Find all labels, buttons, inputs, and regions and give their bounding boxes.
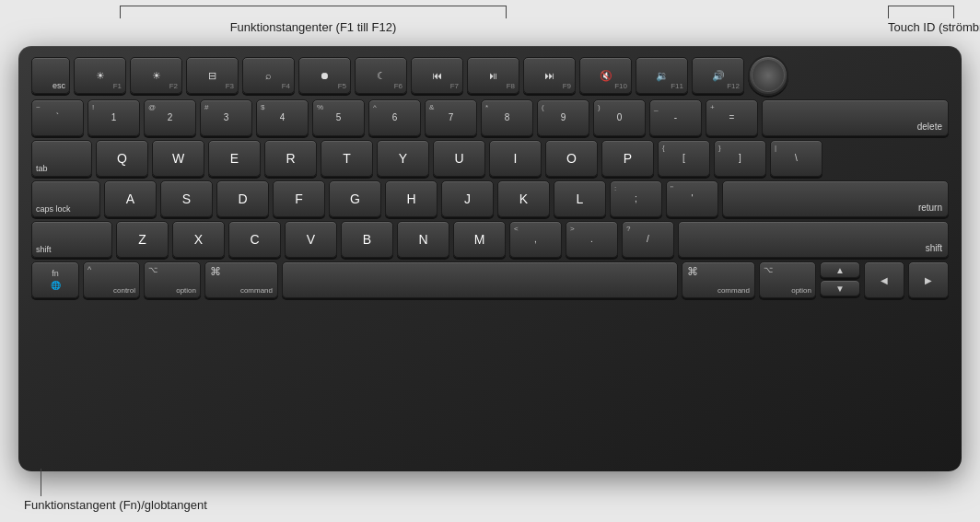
key-7[interactable]: & 7	[425, 99, 477, 136]
key-control[interactable]: ^ control	[83, 261, 140, 298]
key-f7[interactable]: ⏮ F7	[411, 57, 463, 94]
key-l[interactable]: L	[554, 180, 606, 217]
annotation-fn-bottom: Funktionstangent (Fn)/globtangent	[24, 496, 207, 513]
key-option-left[interactable]: ⌥ option	[144, 261, 201, 298]
key-o[interactable]: O	[545, 140, 598, 177]
key-m[interactable]: M	[453, 221, 506, 258]
key-h[interactable]: H	[385, 180, 438, 217]
key-f[interactable]: F	[273, 180, 325, 217]
key-period[interactable]: > .	[566, 221, 618, 258]
key-x[interactable]: X	[172, 221, 225, 258]
key-tab[interactable]: tab	[31, 140, 92, 177]
key-esc[interactable]: esc	[31, 57, 70, 94]
key-j[interactable]: J	[441, 180, 494, 217]
key-f11[interactable]: 🔉 F11	[636, 57, 688, 94]
key-2[interactable]: @ 2	[144, 99, 196, 136]
key-quote[interactable]: " '	[666, 180, 718, 217]
key-f12[interactable]: 🔊 F12	[692, 57, 744, 94]
key-p[interactable]: P	[601, 140, 654, 177]
key-i[interactable]: I	[489, 140, 542, 177]
key-y[interactable]: Y	[377, 140, 429, 177]
key-backtick[interactable]: ~ `	[31, 99, 84, 136]
key-1[interactable]: ! 1	[88, 99, 140, 136]
key-w[interactable]: W	[152, 140, 204, 177]
key-s[interactable]: S	[160, 180, 213, 217]
key-f4[interactable]: ⌕ F4	[242, 57, 295, 94]
key-v[interactable]: V	[285, 221, 337, 258]
key-command-left[interactable]: ⌘ command	[204, 261, 278, 298]
key-8[interactable]: * 8	[481, 99, 533, 136]
key-f2[interactable]: ☀ F2	[130, 57, 182, 94]
key-slash[interactable]: ? /	[622, 221, 674, 258]
key-arrow-left[interactable]: ◀	[864, 261, 904, 298]
key-c[interactable]: C	[228, 221, 281, 258]
key-f6[interactable]: ☾ F6	[355, 57, 407, 94]
key-0[interactable]: ) 0	[593, 99, 646, 136]
key-f10[interactable]: 🔇 F10	[579, 57, 632, 94]
key-arrow-right[interactable]: ▶	[908, 261, 949, 298]
key-g[interactable]: G	[329, 180, 381, 217]
key-a[interactable]: A	[104, 180, 157, 217]
annotation-fn-keys: Funktionstangenter (F1 till F12)	[120, 20, 507, 34]
key-capslock[interactable]: caps lock	[31, 180, 100, 217]
key-f8[interactable]: ⏯ F8	[467, 57, 519, 94]
key-arrow-down[interactable]: ▼	[820, 280, 860, 296]
key-return[interactable]: return	[722, 180, 949, 217]
key-f3[interactable]: ⊟ F3	[186, 57, 239, 94]
key-equals[interactable]: + =	[706, 99, 758, 136]
key-f9[interactable]: ⏭ F9	[523, 57, 576, 94]
key-arrow-up[interactable]: ▲	[820, 261, 860, 278]
key-t[interactable]: T	[321, 140, 373, 177]
key-shift-right[interactable]: shift	[678, 221, 949, 258]
key-f5[interactable]: ⏺ F5	[298, 57, 351, 94]
key-e[interactable]: E	[208, 140, 261, 177]
key-b[interactable]: B	[341, 221, 393, 258]
key-touchid[interactable]	[748, 55, 788, 96]
key-d[interactable]: D	[216, 180, 269, 217]
key-spacebar[interactable]	[282, 261, 678, 298]
key-fn[interactable]: fn🌐	[31, 261, 79, 298]
key-semicolon[interactable]: : ;	[610, 180, 662, 217]
key-z[interactable]: Z	[116, 221, 169, 258]
annotation-touchid: Touch ID (strömbrytare)	[888, 20, 954, 34]
key-command-right[interactable]: ⌘ command	[682, 261, 755, 298]
keyboard: esc ☀ F1 ☀ F2 ⊟ F3 ⌕ F4 ⏺ F5 ☾ F6 ⏮ F7	[18, 46, 962, 471]
key-q[interactable]: Q	[96, 140, 148, 177]
key-9[interactable]: ( 9	[537, 99, 589, 136]
key-4[interactable]: $ 4	[256, 99, 309, 136]
key-3[interactable]: # 3	[200, 99, 252, 136]
key-r[interactable]: R	[264, 140, 317, 177]
key-u[interactable]: U	[433, 140, 485, 177]
key-shift-left[interactable]: shift	[31, 221, 112, 258]
key-minus[interactable]: _ -	[649, 99, 702, 136]
key-f1[interactable]: ☀ F1	[74, 57, 126, 94]
key-6[interactable]: ^ 6	[368, 99, 421, 136]
key-5[interactable]: % 5	[312, 99, 365, 136]
key-leftbracket[interactable]: { [	[658, 140, 710, 177]
key-backslash[interactable]: | \	[770, 140, 822, 177]
key-option-right[interactable]: ⌥ option	[759, 261, 816, 298]
key-rightbracket[interactable]: } ]	[714, 140, 766, 177]
key-delete[interactable]: delete	[762, 99, 949, 136]
key-n[interactable]: N	[397, 221, 449, 258]
key-k[interactable]: K	[497, 180, 550, 217]
key-comma[interactable]: < ,	[509, 221, 562, 258]
